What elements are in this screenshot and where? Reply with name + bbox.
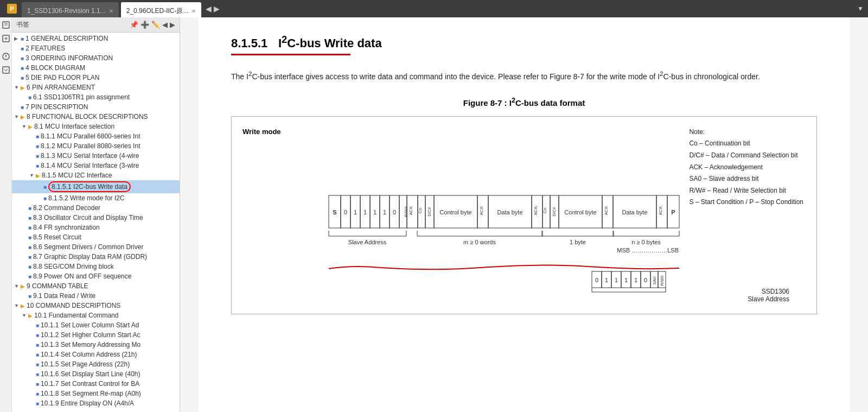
section-title-super: 2 xyxy=(282,34,287,45)
tree-item[interactable]: ■8.6 Segment Drivers / Common Driver xyxy=(12,242,180,252)
tree-item[interactable]: ▼▶9 COMMAND TABLE xyxy=(12,281,180,291)
tree-item-label: 10.1.8 Set Segment Re-map (A0h) xyxy=(41,390,141,397)
tree-item[interactable]: ■10.1.6 Set Display Start Line (40h) xyxy=(12,369,180,379)
tab-2-close[interactable]: ✕ xyxy=(192,8,196,14)
tree-item[interactable]: ■10.1.3 Set Memory Addressing Mo xyxy=(12,340,180,350)
svg-text:Co: Co xyxy=(418,207,423,213)
svg-text:ACK: ACK xyxy=(409,206,413,215)
tree-item-label: 10.1 Fundamental Command xyxy=(34,312,118,319)
tree-icon: ▶ xyxy=(28,313,33,319)
svg-text:1: 1 xyxy=(605,277,608,283)
sidebar-nav-next[interactable]: ▶ xyxy=(170,21,175,29)
dropdown-arrow[interactable]: ▼ xyxy=(857,0,864,17)
left-icon-4[interactable] xyxy=(2,66,10,76)
tree-item[interactable]: ■8.2 Command Decoder xyxy=(12,203,180,213)
tree-icon: ■ xyxy=(36,352,39,358)
tree-item[interactable]: ■8.1.5.1 I2C-bus Write data xyxy=(12,180,180,193)
left-icon-1[interactable] xyxy=(2,21,10,31)
tree-item[interactable]: ■8.7 Graphic Display Data RAM (GDDR) xyxy=(12,252,180,262)
tree-item[interactable]: ■2 FEATURES xyxy=(12,43,180,53)
tree-item[interactable]: ■3 ORDERING INFORMATION xyxy=(12,53,180,63)
tree-item[interactable]: ▼▶8.1 MCU Interface selection xyxy=(12,122,180,131)
tree-arrow: ▼ xyxy=(14,114,21,119)
tab-1-close[interactable]: ✕ xyxy=(109,8,113,14)
tree-item[interactable]: ■10.1.4 Set Column Address (21h) xyxy=(12,350,180,359)
tree-item[interactable]: ■8.1.4 MCU Serial Interface (3-wire xyxy=(12,161,180,170)
tree-item[interactable]: ■8.1.2 MCU Parallel 8080-series Int xyxy=(12,141,180,151)
tree-item-label: 8.1 MCU Interface selection xyxy=(34,123,114,130)
tree-item[interactable]: ■10.1.5 Set Page Address (22h) xyxy=(12,359,180,369)
sidebar-nav-prev[interactable]: ◀ xyxy=(162,21,168,29)
tree-item[interactable]: ▼▶8.1.5 MCU I2C Interface xyxy=(12,170,180,180)
tree-item[interactable]: ■8.9 Power ON and OFF sequence xyxy=(12,271,180,281)
tree-item[interactable]: ■5 DIE PAD FLOOR PLAN xyxy=(12,73,180,83)
tree-item-label: 9.1 Data Read / Write xyxy=(33,292,95,300)
tree-arrow: ▼ xyxy=(22,313,28,318)
svg-text:ACK: ACK xyxy=(604,206,609,215)
tree-item[interactable]: ▼▶6 PIN ARRANGEMENT xyxy=(12,83,180,92)
slave-addr-bottom: Slave Address xyxy=(242,295,789,303)
tree-item[interactable]: ■10.1.8 Set Segment Re-map (A0h) xyxy=(12,389,180,398)
tab-nav-next[interactable]: ▶ xyxy=(214,0,220,17)
tree-item[interactable]: ■8.5 Reset Circuit xyxy=(12,232,180,242)
sidebar-icon-3[interactable]: ✏️ xyxy=(151,21,160,29)
tree-item[interactable]: ■10.1.1 Set Lower Column Start Ad xyxy=(12,320,180,330)
tree-icon: ■ xyxy=(21,65,24,71)
left-icon-2[interactable] xyxy=(2,34,10,45)
tree-item-label: 7 PIN DESCRIPTION xyxy=(25,103,88,111)
tree-icon: ■ xyxy=(36,163,39,169)
tree-icon: ■ xyxy=(28,274,31,280)
tree-item-label: 8.4 FR synchronization xyxy=(33,224,100,231)
tree-item-label: 8.1.4 MCU Serial Interface (3-wire xyxy=(41,162,139,169)
tree-item[interactable]: ■8.8 SEG/COM Driving block xyxy=(12,262,180,271)
tree-icon: ■ xyxy=(36,362,39,367)
tab-nav-prev[interactable]: ◀ xyxy=(206,0,212,17)
left-panel xyxy=(0,17,12,412)
tree-item[interactable]: ▼▶10.1 Fundamental Command xyxy=(12,310,180,320)
svg-text:P: P xyxy=(671,209,675,215)
svg-text:1: 1 xyxy=(624,277,628,283)
figure-title: Figure 8-7 : I2C-bus data format xyxy=(231,97,817,107)
tree-item-label: 8.1.1 MCU Parallel 6800-series Int xyxy=(41,132,140,140)
tree-item-label: 8.1.3 MCU Serial Interface (4-wire xyxy=(41,152,139,160)
tree-item[interactable]: ■8.1.3 MCU Serial Interface (4-wire xyxy=(12,151,180,161)
tree-icon: ■ xyxy=(21,46,24,52)
tree-item[interactable]: ■10.1.2 Set Higher Column Start Ac xyxy=(12,330,180,340)
sidebar-icon-2[interactable]: ➕ xyxy=(141,21,149,29)
note-label: Note: xyxy=(689,128,710,136)
tree-item[interactable]: ▶■1 GENERAL DESCRIPTION xyxy=(12,34,180,43)
tree-item-label: 10.1.1 Set Lower Column Start Ad xyxy=(41,321,139,329)
tree-item[interactable]: ▼▶10 COMMAND DESCRIPTIONS xyxy=(12,301,180,310)
tree-item[interactable]: ■9.1 Data Read / Write xyxy=(12,291,180,301)
svg-text:D/C#: D/C# xyxy=(427,206,432,216)
sidebar-header-label: 书签 xyxy=(16,20,29,29)
tree-item-label: 8.7 Graphic Display Data RAM (GDDR) xyxy=(33,253,147,261)
tree-item-label: 8.1.2 MCU Parallel 8080-series Int xyxy=(41,142,140,150)
tree-item-label: 10.1.9 Entire Display ON (A4h/A xyxy=(41,400,134,407)
tree-item[interactable]: ■7 PIN DESCRIPTION xyxy=(12,102,180,112)
sidebar-icon-1[interactable]: 📌 xyxy=(130,21,138,29)
tree-item[interactable]: ■8.1.1 MCU Parallel 6800-series Int xyxy=(12,131,180,141)
svg-text:1: 1 xyxy=(634,277,637,283)
tree-icon: ■ xyxy=(21,55,24,61)
tree-icon: ■ xyxy=(36,134,39,140)
tree-icon: ■ xyxy=(21,104,24,110)
tree-item[interactable]: ▼▶8 FUNCTIONAL BLOCK DESCRIPTIONS xyxy=(12,112,180,122)
svg-text:P: P xyxy=(10,5,14,12)
svg-text:0: 0 xyxy=(644,277,647,283)
figure-box: Note: Co – Continuation bit D/C# – Data … xyxy=(231,116,817,314)
main-area: 书签 📌 ➕ ✏️ ◀ ▶ ▶■1 GENERAL DESCRIPTION■2 … xyxy=(0,17,868,412)
tree-item[interactable]: ■6.1 SSD1306TR1 pin assignment xyxy=(12,92,180,102)
tree-item[interactable]: ■8.1.5.2 Write mode for I2C xyxy=(12,193,180,203)
tree-item[interactable]: ■8.4 FR synchronization xyxy=(12,223,180,232)
tree-item[interactable]: ■10.1.7 Set Contrast Control for BA xyxy=(12,379,180,389)
svg-text:1: 1 xyxy=(354,209,357,215)
tree-item-label: 10.1.7 Set Contrast Control for BA xyxy=(41,380,139,388)
svg-text:Co: Co xyxy=(542,207,547,213)
tree-item[interactable]: ■10.1.9 Entire Display ON (A4h/A xyxy=(12,398,180,408)
tree-item[interactable]: ■4 BLOCK DIAGRAM xyxy=(12,63,180,73)
svg-text:1: 1 xyxy=(383,209,386,215)
tree-item-label: 10.1.6 Set Display Start Line (40h) xyxy=(41,370,140,378)
left-icon-3[interactable] xyxy=(2,52,10,62)
tree-item[interactable]: ■8.3 Oscillator Circuit and Display Time xyxy=(12,213,180,223)
